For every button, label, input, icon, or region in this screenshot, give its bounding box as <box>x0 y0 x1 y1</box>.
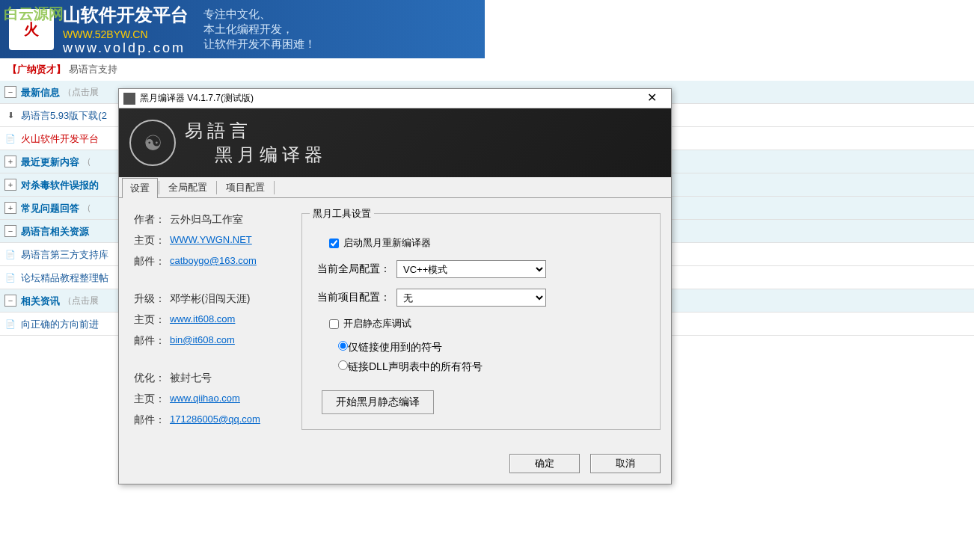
expand-icon[interactable]: − <box>4 225 16 237</box>
homepage-link-2[interactable]: www.it608.com <box>170 313 235 327</box>
link-all-radio[interactable] <box>338 360 348 370</box>
enable-compiler-checkbox[interactable] <box>329 239 339 248</box>
tab-project-config[interactable]: 项目配置 <box>218 177 273 197</box>
row-note: （点击展 <box>63 81 99 104</box>
start-compile-button[interactable]: 开始黑月静态编译 <box>322 390 434 414</box>
enable-compiler-label: 启动黑月重新编译器 <box>343 236 431 250</box>
compiler-dialog: 黑月编译器 V4.1.7.7(测试版) ✕ ☯ 易 語 言 黑 月 编 译 器 … <box>118 88 672 484</box>
ok-button[interactable]: 确定 <box>509 454 580 473</box>
mail-link-2[interactable]: bin@it608.com <box>170 334 235 348</box>
project-config-select[interactable]: 无 <box>396 289 546 307</box>
banner-subtitle: WWW.52BYW.CN <box>63 28 189 40</box>
row-link[interactable]: 易语言第三方支持库 <box>21 243 108 266</box>
row-note: （ <box>82 197 91 220</box>
row-link[interactable]: 向正确的方向前进 <box>21 313 99 336</box>
doc-icon: 📄 <box>4 318 16 330</box>
optimize-text: 被封七号 <box>170 372 212 385</box>
top-banner: 火 山软件开发平台 WWW.52BYW.CN www.voldp.com 专注中… <box>0 0 485 58</box>
recruit-tag: 【广纳贤才】 <box>7 64 66 75</box>
expand-icon[interactable]: − <box>4 86 16 98</box>
doc-icon: 📄 <box>4 248 16 260</box>
expand-icon[interactable]: + <box>4 179 16 191</box>
row-link[interactable]: 对杀毒软件误报的 <box>21 173 99 197</box>
banner-title: 山软件开发平台 <box>63 4 189 25</box>
row-link[interactable]: 论坛精品教程整理帖 <box>21 266 108 289</box>
author-text: 云外归鸟工作室 <box>170 213 243 227</box>
tab-settings[interactable]: 设置 <box>122 178 158 198</box>
close-button[interactable]: ✕ <box>637 90 667 108</box>
row-link[interactable]: 火山软件开发平台 <box>21 127 99 150</box>
project-config-label: 当前项目配置： <box>316 291 390 304</box>
mail-link-3[interactable]: 171286005@qq.com <box>170 413 260 427</box>
header-line1: 易 語 言 <box>185 119 322 143</box>
row-link[interactable]: 常见问题回答 <box>21 197 79 220</box>
fieldset-legend: 黑月工具设置 <box>310 207 374 221</box>
app-icon <box>123 93 135 105</box>
row-note: （ <box>82 150 91 173</box>
banner-slogan: 专注中文化、 本土化编程开发， 让软件开发不再困难！ <box>203 7 316 52</box>
banner-url: www.voldp.com <box>63 40 189 56</box>
recruit-bar: 【广纳贤才】 易语言支持 <box>0 58 974 81</box>
dialog-title: 黑月编译器 V4.1.7.7(测试版) <box>140 92 637 105</box>
settings-fieldset: 黑月工具设置 启动黑月重新编译器 当前全局配置： VC++模式 当前项目配置： … <box>301 213 661 430</box>
expand-icon[interactable]: + <box>4 202 16 214</box>
watermark-text: 白云源网 <box>4 4 64 24</box>
row-link[interactable]: 易语言5.93版下载(2 <box>21 104 107 127</box>
global-config-select[interactable]: VC++模式 <box>396 260 546 278</box>
row-link[interactable]: 最近更新内容 <box>21 150 79 173</box>
global-config-label: 当前全局配置： <box>316 262 390 276</box>
tab-bar: 设置 全局配置 项目配置 <box>119 177 671 198</box>
mail-link-1[interactable]: catboygo@163.com <box>170 255 257 268</box>
doc-icon: ⬇ <box>4 109 16 121</box>
info-panel: 作者：云外归鸟工作室 主页：WWW.YWGN.NET 邮件：catboygo@1… <box>129 213 301 434</box>
static-debug-label: 开启静态库调试 <box>343 317 411 330</box>
tab-global-config[interactable]: 全局配置 <box>160 177 215 197</box>
emblem-icon: ☯ <box>129 120 176 166</box>
dialog-header: ☯ 易 語 言 黑 月 编 译 器 <box>119 108 671 177</box>
row-note: （点击展 <box>63 289 99 313</box>
homepage-link-1[interactable]: WWW.YWGN.NET <box>170 234 252 247</box>
doc-icon: 📄 <box>4 271 16 283</box>
expand-icon[interactable]: + <box>4 156 16 167</box>
doc-icon: 📄 <box>4 132 16 144</box>
link-used-radio[interactable] <box>338 341 348 351</box>
row-link[interactable]: 相关资讯 <box>21 289 60 313</box>
titlebar[interactable]: 黑月编译器 V4.1.7.7(测试版) ✕ <box>119 89 671 108</box>
row-link[interactable]: 最新信息 <box>21 81 60 104</box>
row-link[interactable]: 易语言相关资源 <box>21 220 89 243</box>
upgrade-text: 邓学彬(泪闯天涯) <box>170 292 250 306</box>
cancel-button[interactable]: 取消 <box>590 454 661 473</box>
homepage-link-3[interactable]: www.qiihao.com <box>170 393 240 406</box>
header-line2: 黑 月 编 译 器 <box>215 143 322 167</box>
expand-icon[interactable]: − <box>4 295 16 307</box>
static-debug-checkbox[interactable] <box>329 319 339 329</box>
